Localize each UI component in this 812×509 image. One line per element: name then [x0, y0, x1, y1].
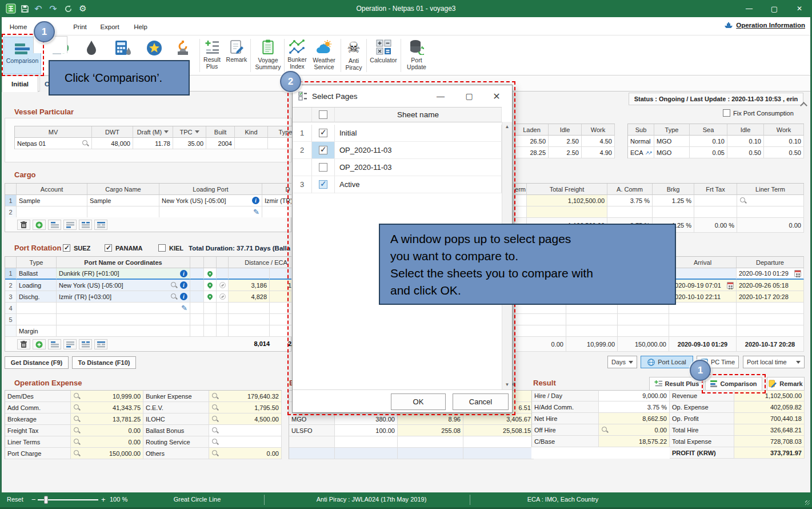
- port-arrival-cell[interactable]: 2020-09-19 07:01: [669, 280, 737, 291]
- toolbar-result-plus-button[interactable]: Result Plus: [201, 37, 223, 74]
- sheet-name-initial[interactable]: Initial: [335, 125, 502, 142]
- bunker-expense-cell[interactable]: 3,405.67: [463, 413, 534, 425]
- merge-rows-icon[interactable]: [79, 220, 92, 230]
- reset-label[interactable]: Reset: [7, 496, 23, 503]
- vessel-built-cell[interactable]: 2004: [206, 138, 235, 149]
- dialog-close-button[interactable]: ✕: [487, 89, 506, 104]
- fix-port-consumption[interactable]: Fix Port Consumption: [723, 109, 794, 117]
- port-distance-cell[interactable]: 4,828: [229, 291, 270, 303]
- cons-cell[interactable]: MGO: [654, 136, 690, 147]
- opex-value[interactable]: [209, 425, 282, 436]
- edit-pencil-icon[interactable]: ✎: [181, 305, 187, 311]
- toolbar-voyage-summary-button[interactable]: Voyage Summary: [253, 37, 283, 74]
- insert-row-above-icon[interactable]: [48, 339, 61, 349]
- cons-cell[interactable]: 0.10: [764, 136, 804, 147]
- search-icon[interactable]: [73, 415, 81, 423]
- tab-initial[interactable]: Initial: [2, 75, 38, 92]
- maximize-button[interactable]: ▢: [762, 0, 787, 17]
- port-speed-cell[interactable]: [217, 291, 229, 303]
- canal-suez[interactable]: SUEZ: [63, 244, 90, 252]
- speed-cell[interactable]: 2.50: [549, 147, 582, 158]
- search-icon[interactable]: [739, 197, 747, 204]
- port-eca-cell[interactable]: [270, 291, 291, 303]
- zoom-out-icon[interactable]: −: [31, 495, 36, 504]
- vessel-mv-cell[interactable]: Netpas 01: [15, 138, 92, 149]
- toolbar-remark-button[interactable]: Remark: [224, 37, 249, 74]
- panama-checkbox[interactable]: [105, 244, 112, 252]
- port-type-cell[interactable]: [17, 314, 57, 325]
- cargo-name-cell[interactable]: Sample: [87, 195, 159, 206]
- get-distance-button[interactable]: Get Distance (F9): [5, 356, 69, 369]
- result-value[interactable]: 9,000.00: [599, 390, 670, 401]
- cargo-row-number[interactable]: 2: [5, 206, 17, 218]
- port-type-cell[interactable]: Dischg.: [17, 291, 57, 303]
- opex-value[interactable]: 0.00: [71, 425, 143, 436]
- cargo-discharging-port-cell[interactable]: Izmir (TR): [262, 195, 291, 206]
- toolbar-bunker-index-button[interactable]: Bunker Index: [286, 37, 309, 74]
- speed-cell[interactable]: 2.50: [549, 136, 582, 147]
- cargo-a-comm-cell[interactable]: 3.75 %: [607, 195, 653, 206]
- cargo-discharging-port-cell[interactable]: [262, 206, 291, 218]
- cargo-loading-port-cell[interactable]: ✎: [159, 206, 262, 218]
- calendar-icon[interactable]: [727, 282, 734, 289]
- opex-value[interactable]: 1,795.50: [209, 402, 282, 413]
- info-icon[interactable]: [180, 293, 187, 300]
- vessel-type-cell[interactable]: [268, 138, 292, 149]
- days-dropdown[interactable]: Days: [607, 356, 637, 368]
- dialog-ok-button[interactable]: OK: [391, 393, 446, 410]
- vessel-dwt-cell[interactable]: 48,000: [92, 138, 133, 149]
- cargo-liner-term-cell[interactable]: [737, 195, 804, 206]
- minimize-button[interactable]: —: [737, 0, 762, 17]
- bunker-cons-cell[interactable]: 8.96: [398, 413, 463, 425]
- cons-cell[interactable]: 0.50: [764, 147, 804, 158]
- opex-value[interactable]: 0.00: [71, 436, 143, 448]
- cargo-frt-tax-cell[interactable]: [694, 195, 737, 206]
- dialog-maximize-button[interactable]: ▢: [459, 89, 479, 104]
- cargo-frt-tax-cell[interactable]: [694, 206, 737, 218]
- cargo-total-freight-cell[interactable]: 1,102,500.00: [527, 195, 607, 206]
- select-all-checkbox[interactable]: [312, 108, 335, 122]
- opex-value[interactable]: 10,999.00: [71, 391, 143, 402]
- cons-cell[interactable]: 0.10: [690, 136, 727, 147]
- kiel-checkbox[interactable]: [158, 244, 166, 252]
- port-local-time-dropdown[interactable]: Port local time: [743, 356, 805, 368]
- sheet-name-op2[interactable]: OP_2020-11-03: [335, 159, 502, 176]
- result-comparison-button[interactable]: Comparison: [705, 377, 762, 391]
- opex-value[interactable]: 179,640.32: [209, 391, 282, 402]
- cargo-loading-port-cell[interactable]: New York (US) [-05:00]: [159, 195, 262, 206]
- cons-cell[interactable]: MGO: [654, 147, 690, 158]
- port-name-cell[interactable]: Izmir (TR) [+03:00]: [57, 291, 190, 303]
- cargo-brkg-cell[interactable]: 1.25 %: [653, 195, 694, 206]
- cargo-account-cell[interactable]: [17, 206, 87, 218]
- bunker-cons-cell[interactable]: 255.08: [398, 425, 463, 436]
- port-eca-cell[interactable]: [270, 303, 291, 314]
- cons-cell[interactable]: 0.10: [727, 136, 764, 147]
- port-name-cell[interactable]: ✎: [57, 303, 190, 314]
- info-icon[interactable]: [180, 270, 187, 277]
- toolbar-port-update-button[interactable]: Port Update: [402, 37, 431, 74]
- calendar-icon[interactable]: [794, 270, 801, 277]
- zoom-in-icon[interactable]: +: [101, 495, 106, 504]
- search-icon[interactable]: [211, 404, 219, 411]
- fix-port-consumption-checkbox[interactable]: [723, 109, 730, 117]
- result-value[interactable]: 3.75 %: [599, 401, 670, 413]
- sheet-name-active[interactable]: Active: [335, 176, 502, 193]
- search-icon[interactable]: [170, 281, 178, 289]
- resize-grip[interactable]: [805, 500, 810, 505]
- toolbar-weather-service-button[interactable]: Weather Service: [309, 37, 339, 74]
- close-button[interactable]: ✕: [787, 0, 812, 17]
- dialog-minimize-button[interactable]: —: [431, 89, 450, 104]
- vessel-draft-cell[interactable]: 11.78: [133, 138, 173, 149]
- search-icon[interactable]: [73, 404, 81, 411]
- opex-value[interactable]: 13,781.25: [71, 413, 143, 425]
- zoom-slider-thumb[interactable]: [44, 496, 48, 504]
- add-row-icon[interactable]: [33, 220, 46, 230]
- result-remark-button[interactable]: Remark: [767, 377, 805, 391]
- cargo-account-cell[interactable]: Sample: [17, 195, 87, 206]
- insert-row-below-icon[interactable]: [63, 220, 77, 230]
- eca-expand-icon[interactable]: ↗↗: [645, 150, 651, 156]
- delete-row-icon[interactable]: [17, 339, 30, 349]
- search-icon[interactable]: [211, 415, 219, 423]
- menu-print[interactable]: Print: [67, 21, 93, 33]
- port-departure-cell[interactable]: 2020-09-10 01:29: [737, 268, 804, 280]
